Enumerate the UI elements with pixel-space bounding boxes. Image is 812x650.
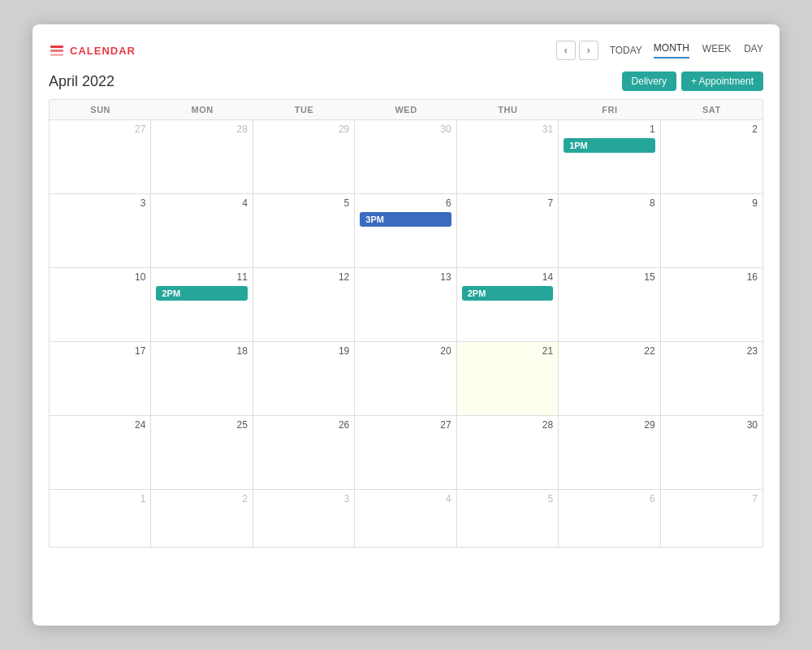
- day-num: 2: [156, 493, 247, 505]
- day-cell-apr17[interactable]: 17: [50, 342, 151, 415]
- day-cell-apr1[interactable]: 1 1PM: [559, 120, 660, 193]
- day-num: 16: [666, 271, 758, 283]
- delivery-button[interactable]: Delivery: [622, 72, 676, 91]
- nav-controls: ‹ › TODAY MONTH WEEK DAY: [556, 41, 763, 60]
- day-cell-may1[interactable]: 1: [50, 490, 151, 547]
- day-cell-apr23[interactable]: 23: [661, 342, 762, 415]
- day-cell-apr25[interactable]: 25: [151, 416, 253, 489]
- day-num: 29: [258, 124, 349, 135]
- day-cell-apr30[interactable]: 30: [661, 416, 762, 489]
- day-num: 10: [54, 271, 145, 283]
- tab-day[interactable]: DAY: [744, 42, 763, 58]
- day-num: 14: [462, 271, 553, 283]
- day-cell-apr24[interactable]: 24: [50, 416, 151, 489]
- header-sat: SAT: [661, 100, 762, 119]
- day-num: 18: [156, 345, 247, 357]
- prev-button[interactable]: ‹: [556, 41, 576, 60]
- day-num: 24: [54, 419, 145, 431]
- day-num: 2: [666, 124, 758, 135]
- tab-month[interactable]: MONTH: [654, 42, 689, 58]
- day-num: 8: [564, 197, 654, 209]
- day-cell-apr9[interactable]: 9: [661, 194, 762, 267]
- day-num: 5: [258, 197, 349, 209]
- day-num: 9: [666, 197, 758, 209]
- day-cell-apr14[interactable]: 14 2PM: [457, 268, 559, 341]
- day-num: 26: [258, 419, 349, 431]
- day-num: 1: [564, 124, 654, 135]
- week-row-5: 24 25 26 27 28 29 30: [50, 416, 762, 490]
- day-cell-may5[interactable]: 5: [457, 490, 559, 547]
- day-num: 17: [54, 345, 145, 357]
- header-thu: THU: [457, 100, 559, 119]
- day-num: 20: [360, 345, 451, 357]
- event-apr1-1pm[interactable]: 1PM: [564, 138, 654, 153]
- today-button[interactable]: TODAY: [610, 45, 642, 56]
- week-row-4: 17 18 19 20 21 22 23: [50, 342, 762, 416]
- day-cell-apr18[interactable]: 18: [151, 342, 253, 415]
- day-cell-may6[interactable]: 6: [559, 490, 660, 547]
- app-window: CALENDAR ‹ › TODAY MONTH WEEK DAY April …: [32, 24, 780, 626]
- appointment-button[interactable]: + Appointment: [681, 72, 763, 91]
- day-cell-apr10[interactable]: 10: [50, 268, 151, 341]
- day-num: 31: [462, 124, 553, 135]
- day-cell-apr22[interactable]: 22: [559, 342, 660, 415]
- day-num: 15: [564, 271, 654, 283]
- day-cell-apr5[interactable]: 5: [253, 194, 355, 267]
- day-cell-apr11[interactable]: 11 2PM: [151, 268, 253, 341]
- day-num: 27: [360, 419, 451, 431]
- day-cell-apr6[interactable]: 6 3PM: [355, 194, 456, 267]
- day-cell-may2[interactable]: 2: [151, 490, 253, 547]
- day-cell-mar29[interactable]: 29: [253, 120, 355, 193]
- day-num: 13: [360, 271, 451, 283]
- day-num: 5: [462, 493, 553, 505]
- svg-rect-2: [50, 54, 63, 56]
- day-cell-apr3[interactable]: 3: [50, 194, 151, 267]
- day-num: 1: [54, 493, 145, 505]
- day-cell-may7[interactable]: 7: [661, 490, 762, 547]
- day-num: 23: [666, 345, 758, 357]
- action-buttons: Delivery + Appointment: [622, 72, 763, 91]
- day-cell-apr2[interactable]: 2: [661, 120, 762, 193]
- day-cell-mar27[interactable]: 27: [50, 120, 151, 193]
- day-cell-mar31[interactable]: 31: [457, 120, 559, 193]
- app-logo: CALENDAR: [49, 42, 136, 58]
- svg-rect-0: [50, 46, 63, 48]
- day-cell-apr29[interactable]: 29: [559, 416, 660, 489]
- day-cell-apr20[interactable]: 20: [355, 342, 456, 415]
- day-cell-mar30[interactable]: 30: [355, 120, 456, 193]
- day-cell-apr8[interactable]: 8: [559, 194, 660, 267]
- day-num: 7: [666, 493, 758, 505]
- day-cell-apr19[interactable]: 19: [253, 342, 355, 415]
- week-row-2: 3 4 5 6 3PM 7 8 9: [50, 194, 762, 268]
- view-tabs: MONTH WEEK DAY: [654, 42, 763, 58]
- day-cell-apr26[interactable]: 26: [253, 416, 355, 489]
- day-num: 22: [564, 345, 654, 357]
- day-cell-mar28[interactable]: 28: [151, 120, 253, 193]
- day-cell-apr27[interactable]: 27: [355, 416, 456, 489]
- event-apr14-2pm[interactable]: 2PM: [462, 286, 553, 301]
- tab-week[interactable]: WEEK: [702, 42, 731, 58]
- day-num: 12: [258, 271, 349, 283]
- day-cell-apr7[interactable]: 7: [457, 194, 559, 267]
- calendar-grid: SUN MON TUE WED THU FRI SAT 27 28 29 30 …: [49, 99, 763, 548]
- day-cell-may3[interactable]: 3: [253, 490, 355, 547]
- day-cell-apr21[interactable]: 21: [457, 342, 559, 415]
- day-cell-apr16[interactable]: 16: [661, 268, 762, 341]
- event-apr11-2pm[interactable]: 2PM: [156, 286, 247, 301]
- next-button[interactable]: ›: [579, 41, 598, 60]
- header-wed: WED: [355, 100, 456, 119]
- day-num: 11: [156, 271, 247, 283]
- day-cell-apr15[interactable]: 15: [559, 268, 660, 341]
- event-apr6-3pm[interactable]: 3PM: [360, 212, 451, 227]
- day-cell-may4[interactable]: 4: [355, 490, 456, 547]
- day-cell-apr13[interactable]: 13: [355, 268, 456, 341]
- week-row-3: 10 11 2PM 12 13 14 2PM 15 16: [50, 268, 762, 342]
- day-num: 29: [564, 419, 654, 431]
- day-cell-apr12[interactable]: 12: [253, 268, 355, 341]
- day-num: 6: [564, 493, 654, 505]
- header-tue: TUE: [253, 100, 355, 119]
- calendar-body: 27 28 29 30 31 1 1PM 2 3 4 5 6 3PM: [50, 120, 762, 547]
- day-cell-apr4[interactable]: 4: [151, 194, 253, 267]
- day-num: 30: [666, 419, 758, 431]
- day-cell-apr28[interactable]: 28: [457, 416, 559, 489]
